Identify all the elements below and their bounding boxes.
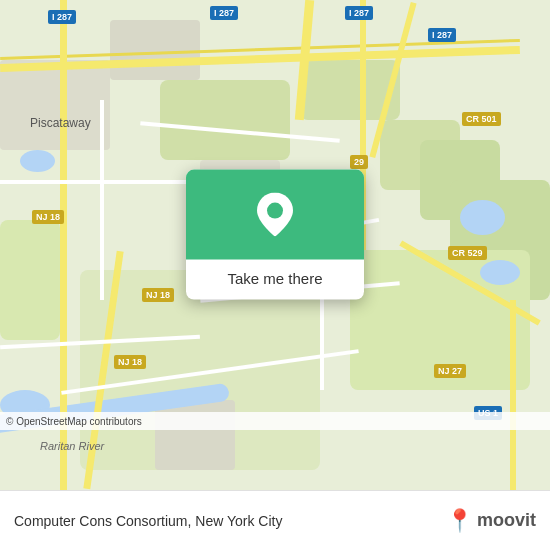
popup-card: Take me there [186, 170, 364, 300]
location-pin-icon [257, 193, 293, 237]
attribution-text: © OpenStreetMap contributors [6, 416, 142, 427]
moovit-pin-icon: 📍 [446, 508, 473, 534]
popup-label[interactable]: Take me there [186, 260, 364, 300]
svg-point-0 [267, 203, 283, 219]
shield-cr501: CR 501 [462, 112, 501, 126]
shield-i287-r: I 287 [428, 28, 456, 42]
take-me-there-button[interactable]: Take me there [227, 270, 322, 287]
shield-cr529: CR 529 [448, 246, 487, 260]
water-3 [480, 260, 520, 285]
shield-nj18-l: NJ 18 [32, 210, 64, 224]
shield-i287-tc: I 287 [210, 6, 238, 20]
local-road-2 [100, 100, 104, 300]
dev-area-1 [0, 60, 110, 150]
dev-area-5 [155, 400, 235, 470]
moovit-brand-text: moovit [477, 510, 536, 531]
bottom-bar: Computer Cons Consortium, New York City … [0, 490, 550, 550]
piscataway-label: Piscataway [30, 116, 91, 130]
raritan-river-label: Raritan River [40, 440, 104, 452]
water-1 [20, 150, 55, 172]
shield-nj27: NJ 27 [434, 364, 466, 378]
attribution-bar: © OpenStreetMap contributors [0, 412, 550, 430]
road-us1 [510, 300, 516, 490]
shield-29: 29 [350, 155, 368, 169]
park-area-8 [0, 220, 60, 340]
location-name: Computer Cons Consortium, New York City [14, 513, 282, 529]
shield-i287-tl: I 287 [48, 10, 76, 24]
water-2 [460, 200, 505, 235]
shield-i287-tr: I 287 [345, 6, 373, 20]
park-area-1 [160, 80, 290, 160]
shield-nj18-c: NJ 18 [142, 288, 174, 302]
shield-nj18-b: NJ 18 [114, 355, 146, 369]
moovit-logo: 📍 moovit [446, 508, 536, 534]
map-container: I 287 I 287 I 287 I 287 NJ 18 NJ 18 NJ 1… [0, 0, 550, 490]
popup-green-header [186, 170, 364, 260]
